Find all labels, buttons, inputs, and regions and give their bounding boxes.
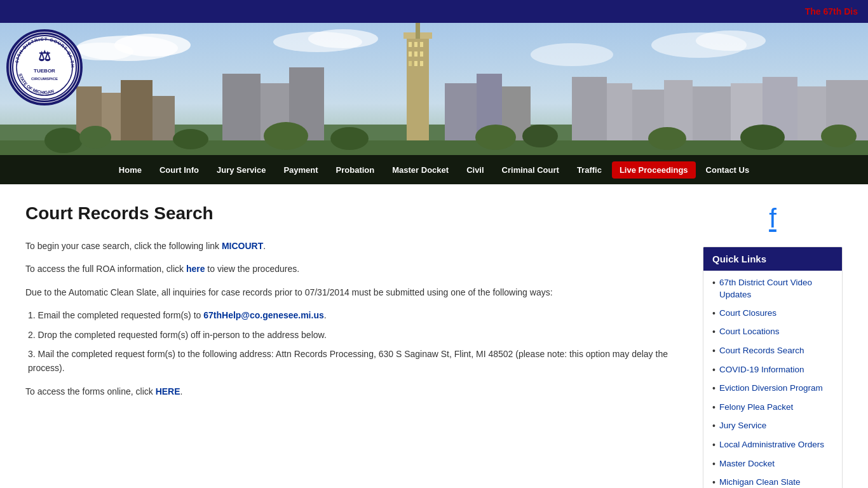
paragraph-2-prefix: To access the full ROA information, clic…: [25, 264, 186, 274]
quick-link-item: •Michigan Clean Slate: [712, 477, 833, 488]
quick-link-item: •Court Records Search: [712, 345, 833, 358]
nav-item-master-docket[interactable]: Master Docket: [384, 161, 456, 179]
main-content: Court Records Search To begin your case …: [0, 184, 868, 488]
quick-link-text[interactable]: Michigan Clean Slate: [719, 477, 801, 488]
quick-link-text[interactable]: Felony Plea Packet: [719, 402, 793, 414]
nav-item-home[interactable]: Home: [111, 161, 149, 179]
svg-point-50: [740, 125, 785, 150]
here-forms-link[interactable]: HERE: [156, 386, 180, 396]
svg-point-5: [308, 29, 378, 48]
quick-link-item: •Local Administrative Orders: [712, 439, 833, 452]
sidebar: f Quick Links •67th District Court Video…: [703, 203, 843, 488]
svg-point-51: [821, 125, 857, 147]
list-item-3: 3. Mail the completed request form(s) to…: [28, 347, 677, 376]
nav-item-criminal-court[interactable]: Criminal Court: [494, 161, 567, 179]
nav-item-live-proceedings[interactable]: Live Proceedings: [612, 161, 696, 179]
svg-point-47: [475, 125, 516, 150]
quick-links-header: Quick Links: [703, 247, 842, 271]
svg-point-49: [648, 127, 686, 150]
quick-link-item: •Court Closures: [712, 308, 833, 320]
svg-rect-14: [222, 74, 261, 150]
quick-link-item: •Master Docket: [712, 458, 833, 471]
bullet-icon: •: [712, 477, 715, 488]
list-item-1: 1. Email the completed requested form(s)…: [28, 308, 677, 322]
nav-item-court-info[interactable]: Court Info: [152, 161, 207, 179]
svg-rect-24: [414, 51, 417, 57]
quick-link-item: •Jury Service: [712, 420, 833, 433]
quick-link-text[interactable]: Court Locations: [719, 326, 780, 338]
here-link[interactable]: here: [186, 264, 205, 274]
svg-point-8: [696, 30, 766, 51]
quick-link-item: •67th District Court Video Updates: [712, 277, 833, 301]
svg-text:CIRCUMSPICE: CIRCUMSPICE: [31, 77, 58, 81]
micourt-link[interactable]: MICOURT: [222, 241, 263, 251]
svg-point-45: [264, 122, 308, 150]
svg-rect-32: [572, 77, 607, 150]
navbar: HomeCourt InfoJury ServicePaymentProbati…: [0, 155, 868, 184]
svg-rect-28: [420, 61, 423, 66]
svg-point-43: [79, 126, 111, 149]
paragraph-1: To begin your case search, click the fol…: [25, 239, 677, 253]
quick-link-text[interactable]: COVID-19 Information: [719, 364, 804, 376]
header-top-bar: The 67th Dis: [0, 0, 868, 23]
header: The 67th Dis: [0, 0, 868, 184]
nav-item-traffic[interactable]: Traffic: [569, 161, 609, 179]
svg-rect-25: [420, 51, 423, 57]
paragraph-2-suffix: to view the procedures.: [205, 264, 299, 274]
court-seal: 67TH DISTRICT COURT OF THE STATE OF MICH…: [6, 29, 83, 105]
list-item-1-suffix: .: [324, 310, 327, 320]
quick-link-text[interactable]: Jury Service: [719, 420, 766, 432]
bullet-icon: •: [712, 308, 715, 320]
quick-link-text[interactable]: Eviction Diversion Program: [719, 383, 823, 395]
svg-point-6: [531, 43, 613, 66]
bullet-icon: •: [712, 364, 715, 377]
paragraph-3: Due to the Automatic Clean Slate, all in…: [25, 285, 677, 299]
bullet-icon: •: [712, 420, 715, 433]
quick-links-box: Quick Links •67th District Court Video U…: [703, 247, 843, 488]
quick-link-item: •Felony Plea Packet: [712, 402, 833, 414]
svg-rect-22: [420, 42, 423, 47]
paragraph-4-prefix: To access the forms online, click: [25, 386, 156, 396]
nav-item-jury-service[interactable]: Jury Service: [209, 161, 273, 179]
svg-rect-21: [414, 42, 417, 47]
quick-link-item: •Court Locations: [712, 326, 833, 339]
paragraph-1-suffix: .: [263, 241, 266, 251]
quick-link-text[interactable]: Court Records Search: [719, 345, 804, 357]
content-area: Court Records Search To begin your case …: [25, 203, 677, 488]
bullet-icon: •: [712, 439, 715, 452]
bullet-icon: •: [712, 458, 715, 471]
svg-rect-27: [414, 61, 417, 66]
bullet-icon: •: [712, 326, 715, 339]
bullet-icon: •: [712, 277, 715, 290]
paragraph-1-prefix: To begin your case search, click the fol…: [25, 241, 222, 251]
bullet-icon: •: [712, 345, 715, 358]
svg-rect-29: [445, 83, 477, 150]
nav-item-civil[interactable]: Civil: [459, 161, 491, 179]
bullet-icon: •: [712, 383, 715, 395]
quick-links-list: •67th District Court Video Updates•Court…: [703, 271, 842, 488]
svg-text:⚖: ⚖: [38, 48, 51, 64]
svg-text:TUEBOR: TUEBOR: [34, 68, 55, 74]
facebook-link[interactable]: f: [703, 203, 843, 234]
quick-link-text[interactable]: Court Closures: [719, 308, 776, 320]
email-link[interactable]: 67thHelp@co.genesee.mi.us: [203, 310, 324, 320]
nav-item-payment[interactable]: Payment: [276, 161, 325, 179]
svg-point-44: [173, 129, 208, 149]
svg-point-46: [330, 127, 369, 150]
paragraph-4: To access the forms online, click HERE.: [25, 384, 677, 398]
quick-link-text[interactable]: Local Administrative Orders: [719, 439, 824, 451]
quick-link-item: •Eviction Diversion Program: [712, 383, 833, 395]
quick-link-text[interactable]: Master Docket: [719, 458, 775, 470]
numbered-list: 1. Email the completed requested form(s)…: [25, 308, 677, 376]
svg-rect-26: [409, 61, 412, 66]
quick-link-item: •COVID-19 Information: [712, 364, 833, 377]
svg-rect-33: [607, 83, 632, 150]
svg-rect-19: [416, 23, 420, 39]
svg-point-52: [13, 36, 76, 99]
paragraph-2: To access the full ROA information, clic…: [25, 262, 677, 276]
nav-item-contact-us[interactable]: Contact Us: [698, 161, 757, 179]
quick-link-text[interactable]: 67th District Court Video Updates: [719, 277, 833, 301]
nav-item-probation[interactable]: Probation: [329, 161, 383, 179]
site-tagline: The 67th Dis: [805, 6, 858, 17]
svg-rect-12: [121, 80, 153, 150]
